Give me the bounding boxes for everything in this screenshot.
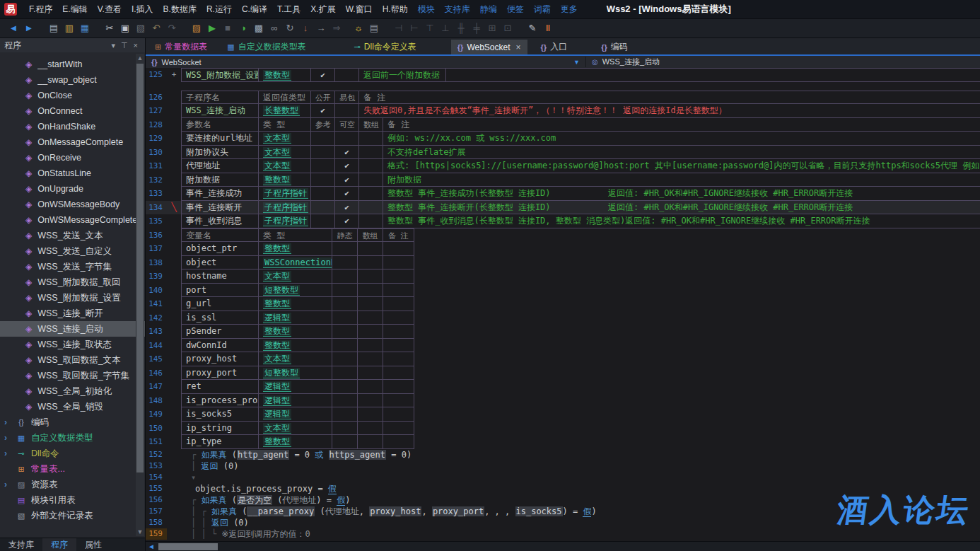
code-editor[interactable]: 125 + WSS_附加数据_设置 整数型 ✔ 返回前一个附加数据 126 子程… [146,68,980,541]
param-name-cell[interactable]: 事件_连接断开 [181,201,259,215]
plugin-menu-item[interactable]: 静编 [475,0,502,18]
array-flag-cell[interactable] [359,132,383,146]
array-flag-cell[interactable] [358,242,383,256]
nullable-flag-cell[interactable]: ✔ [335,187,359,201]
var-row[interactable]: 145 proxy_host 文本型 [146,352,980,366]
var-row[interactable]: 137 object_ptr 整数型 [146,242,980,256]
tree-item-method[interactable]: ◈ WSS_发送_字节集 [0,259,145,274]
array-flag-cell[interactable] [358,407,383,422]
tree-item-method[interactable]: ◈ WSS_全局_销毁 [0,399,145,414]
line-number[interactable]: 128 [146,118,167,132]
line-number[interactable]: 127 [146,104,167,118]
sidebar-scrollbar[interactable]: ▲ ▼ [136,54,144,536]
code-line-152[interactable]: 152 ┌ 如果真 (http_agent = 0 或 https_agent … [146,449,980,460]
type-cell[interactable]: 整数型 [259,297,332,311]
array-flag-cell[interactable] [358,380,383,394]
note-cell[interactable] [383,366,414,381]
var-name-cell[interactable]: is_socks5 [181,407,259,422]
type-cell[interactable]: 整数型 [259,173,311,187]
tab-encoding[interactable]: {} 编码 [595,40,634,54]
array-flag-cell[interactable] [358,435,383,449]
align-right-icon[interactable]: ⊢ [407,20,421,37]
static-flag-cell[interactable] [332,380,358,394]
menu-item[interactable]: B.数据库 [158,0,202,18]
var-row[interactable]: 148 is_process_proxy 逻辑型 [146,394,980,408]
var-name-cell[interactable]: proxy_host [181,352,259,366]
type-cell[interactable]: 长整数型 [259,104,311,118]
time-icon[interactable]: ◑ [236,20,250,37]
line-number[interactable]: 148 [146,394,167,408]
redo-icon[interactable]: ↷ [165,20,179,37]
type-cell[interactable]: 短整数型 [259,366,332,381]
note-cell[interactable]: 失败返回0,并且是不会触发“事件_连接断开”，（！！特别注意！！ 返回的连接Id… [359,104,980,118]
ref-flag-cell[interactable] [311,146,335,160]
note-cell[interactable]: 整数型 事件_连接断开(长整数型 连接ID)返回值: #HR_OK和#HR_IG… [383,201,980,215]
line-number[interactable]: 131 [146,159,167,173]
tree-item-method[interactable]: ◈ WSS_取回数据_字节集 [0,368,145,383]
tree-item-method[interactable]: ◈ OnWSMessageBody [0,197,145,212]
line-number[interactable]: 125 [146,68,167,82]
line-number[interactable]: 153 [146,460,167,472]
var-row[interactable]: 143 pSender 整数型 [146,325,980,339]
note-cell[interactable]: 格式: [https|socks5]://[username:password@… [383,159,980,173]
proc-name-cell[interactable]: WSS_附加数据_设置 [181,68,259,82]
tab-entry[interactable]: {} 入口 [535,40,574,54]
menu-item[interactable]: C.编译 [237,0,272,18]
chevron-icon[interactable]: › [4,414,14,430]
param-name-cell[interactable]: 附加数据 [181,173,259,187]
var-row[interactable]: 146 proxy_port 短整数型 [146,366,980,381]
open-icon[interactable]: ▥ [62,20,76,37]
param-row[interactable]: 129 要连接的url地址 文本型 例如: ws://xx.com 或 wss:… [146,132,980,146]
tab-custom-type-table[interactable]: ▦ 自定义数据类型表 [221,40,312,54]
line-number[interactable]: 130 [146,146,167,160]
tree-item-method[interactable]: ◈ OnReceive [0,150,145,166]
var-row[interactable]: 149 is_socks5 逻辑型 [146,407,980,422]
param-row[interactable]: 132 附加数据 整数型 ✔ 附加数据 [146,173,980,187]
type-cell[interactable]: 逻辑型 [259,407,332,422]
static-flag-cell[interactable] [332,339,358,353]
var-row[interactable]: 141 g_url 整数型 [146,297,980,311]
chevron-icon[interactable]: › [4,446,14,461]
line-number[interactable]: 150 [146,422,167,436]
line-number[interactable]: 156 [146,494,167,506]
center-v-icon[interactable]: ╪ [469,20,484,37]
param-row[interactable]: 133 事件_连接成功 子程序指针 ✔ 整数型 事件_连接成功(长整数型 连接I… [146,187,980,201]
ref-flag-cell[interactable] [311,201,335,215]
tip-icon[interactable]: ☼ [351,20,366,37]
frame-icon[interactable]: ⊡ [501,20,515,37]
note-cell[interactable] [383,297,414,311]
nullable-flag-cell[interactable]: ✔ [335,201,359,215]
note-cell[interactable]: 整数型 事件_连接成功(长整数型 连接ID)返回值: #HR_OK和#HR_IG… [383,187,980,201]
line-number[interactable]: 126 [146,91,167,105]
tree-item-method[interactable]: ◈ OnStatusLine [0,166,145,181]
tree-item-custom-types[interactable]: › ▦ 自定义数据类型 [0,430,145,446]
var-row[interactable]: 151 ip_type 整数型 [146,435,980,449]
note-cell[interactable] [383,422,414,436]
center-h-icon[interactable]: ╫ [454,20,468,37]
line-number[interactable]: 157 [146,506,167,517]
flag-cell[interactable] [335,104,359,118]
array-flag-cell[interactable] [359,187,383,201]
note-cell[interactable] [383,284,414,298]
scroll-up-icon[interactable]: ▲ [136,54,144,62]
type-cell[interactable]: 逻辑型 [259,311,332,325]
var-name-cell[interactable]: proxy_port [181,366,259,381]
line-number[interactable]: 132 [146,173,167,187]
line-number[interactable]: 129 [146,132,167,146]
proc-header-row[interactable]: 126 子程序名 返回值类型 公开 易包 备 注 [146,91,980,105]
debug-icon[interactable]: ↓ [298,20,313,37]
note-cell[interactable] [383,394,414,408]
menu-item[interactable]: F.程序 [24,0,57,18]
var-row[interactable]: 140 port 短整数型 [146,284,980,298]
tree-item-method[interactable]: ◈ WSS_连接_启动 [0,321,145,337]
type-cell[interactable]: 子程序指针 [259,201,311,215]
note-cell[interactable]: 不支持deflate扩展 [383,146,980,160]
note-cell[interactable] [383,352,414,366]
type-cell[interactable]: 整数型 [259,68,311,82]
line-number[interactable]: 149 [146,407,167,422]
nullable-flag-cell[interactable]: ✔ [335,173,359,187]
menu-item[interactable]: E.编辑 [57,0,92,18]
close-tab-icon[interactable]: × [516,42,521,52]
same-size-icon[interactable]: ⊞ [485,20,499,37]
tree-item-method[interactable]: ◈ OnUpgrade [0,181,145,197]
